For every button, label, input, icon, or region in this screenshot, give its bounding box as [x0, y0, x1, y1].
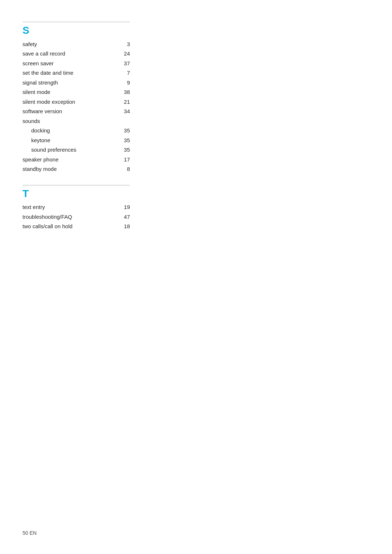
- list-item: software version34: [23, 107, 130, 116]
- entry-label: troubleshooting/FAQ: [23, 212, 112, 222]
- section-t: T text entry19troubleshooting/FAQ47two c…: [23, 185, 130, 231]
- entry-page: 35: [113, 126, 130, 136]
- list-item: set the date and time7: [23, 68, 130, 78]
- entry-label: signal strength: [23, 78, 113, 88]
- entry-page: 17: [113, 155, 130, 165]
- entry-page: 35: [113, 136, 130, 145]
- entry-page: 7: [113, 68, 130, 78]
- entry-page: 37: [113, 59, 130, 69]
- list-item: troubleshooting/FAQ47: [23, 212, 130, 222]
- entry-page: 9: [113, 78, 130, 88]
- entry-page: 35: [113, 145, 130, 155]
- list-item: silent mode38: [23, 87, 130, 97]
- section-s-letter: S: [23, 24, 130, 37]
- entry-label: set the date and time: [23, 68, 113, 78]
- list-item: safety3: [23, 40, 130, 49]
- list-item: standby mode8: [23, 164, 130, 174]
- section-t-divider: [23, 185, 130, 185]
- list-item: signal strength9: [23, 78, 130, 88]
- list-item: silent mode exception21: [23, 97, 130, 107]
- entry-label: save a call record: [23, 49, 113, 59]
- section-t-table: text entry19troubleshooting/FAQ47two cal…: [23, 202, 130, 231]
- entry-label: standby mode: [23, 164, 113, 174]
- section-s: S safety3save a call record24screen save…: [23, 22, 130, 174]
- entry-page: 24: [113, 49, 130, 59]
- entry-page: 47: [112, 212, 130, 222]
- page-footer: 50 EN: [23, 530, 37, 536]
- list-item: screen saver37: [23, 59, 130, 69]
- list-item: sound preferences35: [23, 145, 130, 155]
- entry-page: 19: [112, 202, 130, 212]
- entry-page: 38: [113, 87, 130, 97]
- entry-page: [113, 116, 130, 126]
- entry-label: keytone: [23, 136, 113, 145]
- entry-label: safety: [23, 40, 113, 49]
- entry-page: 18: [112, 222, 130, 231]
- section-s-divider: [23, 22, 130, 22]
- entry-page: 21: [113, 97, 130, 107]
- entry-label: silent mode exception: [23, 97, 113, 107]
- entry-page: 8: [113, 164, 130, 174]
- entry-label: silent mode: [23, 87, 113, 97]
- page-content: S safety3save a call record24screen save…: [0, 0, 152, 271]
- list-item: sounds: [23, 116, 130, 126]
- entry-label: docking: [23, 126, 113, 136]
- page-number: 50 EN: [23, 530, 37, 536]
- entry-label: text entry: [23, 202, 112, 212]
- entry-label: speaker phone: [23, 155, 113, 165]
- list-item: text entry19: [23, 202, 130, 212]
- list-item: two calls/call on hold18: [23, 222, 130, 231]
- entry-label: software version: [23, 107, 113, 116]
- list-item: docking35: [23, 126, 130, 136]
- section-s-table: safety3save a call record24screen saver3…: [23, 40, 130, 174]
- entry-label: sounds: [23, 116, 113, 126]
- list-item: keytone35: [23, 136, 130, 145]
- entry-label: sound preferences: [23, 145, 113, 155]
- section-t-letter: T: [23, 188, 130, 200]
- entry-label: screen saver: [23, 59, 113, 69]
- entry-label: two calls/call on hold: [23, 222, 112, 231]
- list-item: save a call record24: [23, 49, 130, 59]
- list-item: speaker phone17: [23, 155, 130, 165]
- entry-page: 3: [113, 40, 130, 49]
- entry-page: 34: [113, 107, 130, 116]
